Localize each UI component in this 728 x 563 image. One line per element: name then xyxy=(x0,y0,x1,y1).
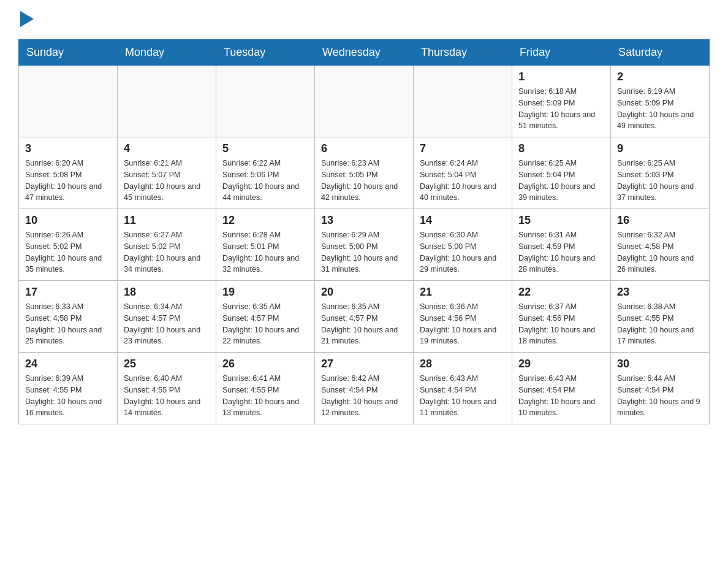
calendar-week-row: 10Sunrise: 6:26 AMSunset: 5:02 PMDayligh… xyxy=(19,209,710,281)
calendar-cell: 8Sunrise: 6:25 AMSunset: 5:04 PMDaylight… xyxy=(512,137,611,209)
day-number: 23 xyxy=(617,286,703,299)
calendar-cell: 23Sunrise: 6:38 AMSunset: 4:55 PMDayligh… xyxy=(611,281,710,353)
calendar-cell: 7Sunrise: 6:24 AMSunset: 5:04 PMDaylight… xyxy=(414,137,512,209)
calendar-cell: 15Sunrise: 6:31 AMSunset: 4:59 PMDayligh… xyxy=(512,209,611,281)
day-info: Sunrise: 6:35 AMSunset: 4:57 PMDaylight:… xyxy=(321,301,407,347)
day-number: 6 xyxy=(321,142,407,155)
day-number: 22 xyxy=(518,286,604,299)
day-info: Sunrise: 6:21 AMSunset: 5:07 PMDaylight:… xyxy=(124,158,210,204)
day-info: Sunrise: 6:42 AMSunset: 4:54 PMDaylight:… xyxy=(321,373,407,419)
logo-line1 xyxy=(18,12,34,27)
day-number: 13 xyxy=(321,214,407,227)
day-number: 24 xyxy=(25,358,111,370)
day-number: 25 xyxy=(124,358,210,370)
day-info: Sunrise: 6:19 AMSunset: 5:09 PMDaylight:… xyxy=(617,86,703,132)
calendar-cell: 3Sunrise: 6:20 AMSunset: 5:08 PMDaylight… xyxy=(19,137,118,209)
calendar-cell xyxy=(216,66,315,137)
day-number: 19 xyxy=(222,286,308,299)
day-number: 12 xyxy=(222,214,308,227)
day-number: 8 xyxy=(518,142,604,155)
day-number: 28 xyxy=(420,358,506,370)
calendar-cell xyxy=(414,66,512,137)
day-info: Sunrise: 6:24 AMSunset: 5:04 PMDaylight:… xyxy=(420,158,506,204)
day-info: Sunrise: 6:35 AMSunset: 4:57 PMDaylight:… xyxy=(222,301,308,347)
calendar-cell: 25Sunrise: 6:40 AMSunset: 4:55 PMDayligh… xyxy=(118,353,216,424)
calendar-cell: 16Sunrise: 6:32 AMSunset: 4:58 PMDayligh… xyxy=(611,209,710,281)
calendar-cell: 21Sunrise: 6:36 AMSunset: 4:56 PMDayligh… xyxy=(414,281,512,353)
calendar-body: 1Sunrise: 6:18 AMSunset: 5:09 PMDaylight… xyxy=(19,66,710,424)
calendar-table: SundayMondayTuesdayWednesdayThursdayFrid… xyxy=(18,39,710,424)
calendar-cell: 10Sunrise: 6:26 AMSunset: 5:02 PMDayligh… xyxy=(19,209,118,281)
calendar-cell: 6Sunrise: 6:23 AMSunset: 5:05 PMDaylight… xyxy=(315,137,414,209)
day-info: Sunrise: 6:41 AMSunset: 4:55 PMDaylight:… xyxy=(222,373,308,419)
calendar-cell xyxy=(315,66,414,137)
day-number: 4 xyxy=(124,142,210,155)
weekday-header-saturday: Saturday xyxy=(611,40,710,66)
day-number: 5 xyxy=(222,142,308,155)
day-info: Sunrise: 6:28 AMSunset: 5:01 PMDaylight:… xyxy=(222,229,308,275)
logo xyxy=(18,12,34,27)
day-number: 1 xyxy=(518,71,604,83)
weekday-header-monday: Monday xyxy=(118,40,216,66)
day-info: Sunrise: 6:32 AMSunset: 4:58 PMDaylight:… xyxy=(617,229,703,275)
calendar-cell: 17Sunrise: 6:33 AMSunset: 4:58 PMDayligh… xyxy=(19,281,118,353)
day-number: 17 xyxy=(25,286,111,299)
calendar-cell: 30Sunrise: 6:44 AMSunset: 4:54 PMDayligh… xyxy=(611,353,710,424)
day-info: Sunrise: 6:43 AMSunset: 4:54 PMDaylight:… xyxy=(420,373,506,419)
calendar-cell: 18Sunrise: 6:34 AMSunset: 4:57 PMDayligh… xyxy=(118,281,216,353)
day-number: 11 xyxy=(124,214,210,227)
day-info: Sunrise: 6:34 AMSunset: 4:57 PMDaylight:… xyxy=(124,301,210,347)
day-number: 7 xyxy=(420,142,506,155)
day-info: Sunrise: 6:38 AMSunset: 4:55 PMDaylight:… xyxy=(617,301,703,347)
calendar-cell: 11Sunrise: 6:27 AMSunset: 5:02 PMDayligh… xyxy=(118,209,216,281)
day-number: 20 xyxy=(321,286,407,299)
calendar-week-row: 24Sunrise: 6:39 AMSunset: 4:55 PMDayligh… xyxy=(19,353,710,424)
day-number: 15 xyxy=(518,214,604,227)
calendar-cell: 26Sunrise: 6:41 AMSunset: 4:55 PMDayligh… xyxy=(216,353,315,424)
day-info: Sunrise: 6:37 AMSunset: 4:56 PMDaylight:… xyxy=(518,301,604,347)
calendar-cell: 1Sunrise: 6:18 AMSunset: 5:09 PMDaylight… xyxy=(512,66,611,137)
day-info: Sunrise: 6:30 AMSunset: 5:00 PMDaylight:… xyxy=(420,229,506,275)
day-info: Sunrise: 6:26 AMSunset: 5:02 PMDaylight:… xyxy=(25,229,111,275)
day-number: 14 xyxy=(420,214,506,227)
svg-marker-0 xyxy=(20,11,34,27)
calendar-week-row: 1Sunrise: 6:18 AMSunset: 5:09 PMDaylight… xyxy=(19,66,710,137)
day-info: Sunrise: 6:22 AMSunset: 5:06 PMDaylight:… xyxy=(222,158,308,204)
calendar-cell: 28Sunrise: 6:43 AMSunset: 4:54 PMDayligh… xyxy=(414,353,512,424)
calendar-cell: 4Sunrise: 6:21 AMSunset: 5:07 PMDaylight… xyxy=(118,137,216,209)
calendar-cell: 20Sunrise: 6:35 AMSunset: 4:57 PMDayligh… xyxy=(315,281,414,353)
calendar-cell: 2Sunrise: 6:19 AMSunset: 5:09 PMDaylight… xyxy=(611,66,710,137)
day-info: Sunrise: 6:25 AMSunset: 5:03 PMDaylight:… xyxy=(617,158,703,204)
weekday-header-friday: Friday xyxy=(512,40,611,66)
calendar-cell: 19Sunrise: 6:35 AMSunset: 4:57 PMDayligh… xyxy=(216,281,315,353)
weekday-header-tuesday: Tuesday xyxy=(216,40,315,66)
day-info: Sunrise: 6:29 AMSunset: 5:00 PMDaylight:… xyxy=(321,229,407,275)
day-number: 2 xyxy=(617,71,703,83)
calendar-week-row: 3Sunrise: 6:20 AMSunset: 5:08 PMDaylight… xyxy=(19,137,710,209)
day-info: Sunrise: 6:44 AMSunset: 4:54 PMDaylight:… xyxy=(617,373,703,419)
day-info: Sunrise: 6:36 AMSunset: 4:56 PMDaylight:… xyxy=(420,301,506,347)
day-info: Sunrise: 6:25 AMSunset: 5:04 PMDaylight:… xyxy=(518,158,604,204)
day-number: 21 xyxy=(420,286,506,299)
day-info: Sunrise: 6:43 AMSunset: 4:54 PMDaylight:… xyxy=(518,373,604,419)
day-info: Sunrise: 6:39 AMSunset: 4:55 PMDaylight:… xyxy=(25,373,111,419)
logo-wrapper xyxy=(18,12,34,27)
calendar-cell: 14Sunrise: 6:30 AMSunset: 5:00 PMDayligh… xyxy=(414,209,512,281)
calendar-week-row: 17Sunrise: 6:33 AMSunset: 4:58 PMDayligh… xyxy=(19,281,710,353)
day-number: 18 xyxy=(124,286,210,299)
day-number: 27 xyxy=(321,358,407,370)
calendar-header: SundayMondayTuesdayWednesdayThursdayFrid… xyxy=(19,40,710,66)
day-info: Sunrise: 6:23 AMSunset: 5:05 PMDaylight:… xyxy=(321,158,407,204)
calendar-cell xyxy=(118,66,216,137)
day-info: Sunrise: 6:20 AMSunset: 5:08 PMDaylight:… xyxy=(25,158,111,204)
day-info: Sunrise: 6:33 AMSunset: 4:58 PMDaylight:… xyxy=(25,301,111,347)
weekday-header-thursday: Thursday xyxy=(414,40,512,66)
day-number: 26 xyxy=(222,358,308,370)
day-info: Sunrise: 6:27 AMSunset: 5:02 PMDaylight:… xyxy=(124,229,210,275)
day-info: Sunrise: 6:40 AMSunset: 4:55 PMDaylight:… xyxy=(124,373,210,419)
calendar-cell: 29Sunrise: 6:43 AMSunset: 4:54 PMDayligh… xyxy=(512,353,611,424)
weekday-header-wednesday: Wednesday xyxy=(315,40,414,66)
logo-triangle-icon xyxy=(20,11,34,27)
day-number: 29 xyxy=(518,358,604,370)
calendar-cell: 24Sunrise: 6:39 AMSunset: 4:55 PMDayligh… xyxy=(19,353,118,424)
